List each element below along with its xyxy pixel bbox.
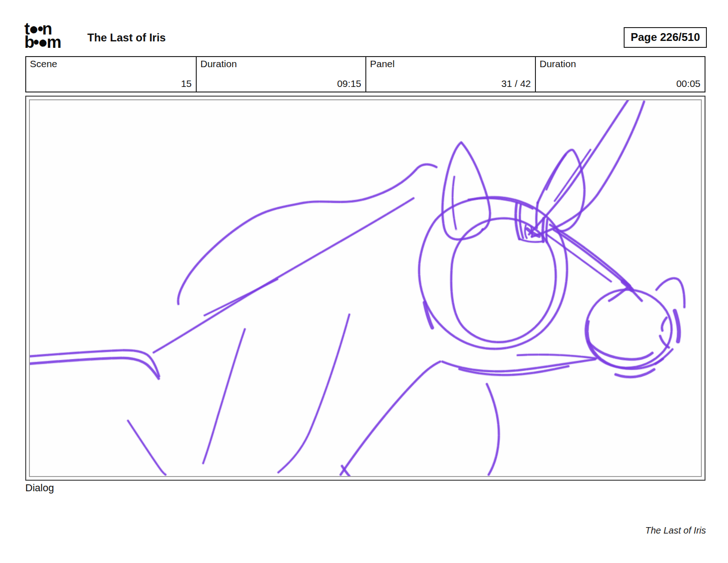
info-value: 15 xyxy=(181,78,192,89)
sketch-stroke-chin-swoosh xyxy=(616,369,654,377)
panel-info-table: Scene 15 Duration 09:15 Panel 31 / 42 Du… xyxy=(25,56,705,92)
sketch-stroke-leg-sweep-2 xyxy=(279,315,350,472)
toonboom-logo: t●•n b•●m xyxy=(24,22,60,49)
info-label: Duration xyxy=(540,58,576,69)
unicorn-sketch-svg xyxy=(30,100,701,476)
info-value: 09:15 xyxy=(337,78,361,89)
sketch-stroke-chest-2 xyxy=(30,358,159,379)
page-number-badge: Page 226/510 xyxy=(624,27,707,48)
info-cell-scene-duration: Duration 09:15 xyxy=(196,57,365,92)
info-label: Panel xyxy=(370,58,395,69)
info-cell-panel-duration: Duration 00:05 xyxy=(535,57,705,92)
info-value: 00:05 xyxy=(676,78,700,89)
sketch-stroke-mane-top xyxy=(178,164,437,304)
info-cell-panel: Panel 31 / 42 xyxy=(365,57,535,92)
info-label: Duration xyxy=(200,58,237,69)
sketch-stroke-ear-left-right xyxy=(462,144,490,230)
sketch-stroke-jaw-line xyxy=(341,362,440,475)
info-cell-scene: Scene 15 xyxy=(26,57,196,92)
sketch-stroke-neck-double xyxy=(205,279,278,316)
toonboom-logo-line2: b•●m xyxy=(24,35,60,49)
dialog-label: Dialog xyxy=(25,482,54,494)
info-value: 31 / 42 xyxy=(501,78,531,89)
sketch-stroke-head-top-restroke xyxy=(468,198,533,209)
sketch-stroke-neck-front xyxy=(487,384,499,475)
sketch-stroke-jaw-line xyxy=(341,362,440,475)
info-label: Scene xyxy=(30,58,57,69)
sketch-stroke-leg-sweep-1 xyxy=(203,329,245,464)
project-title: The Last of Iris xyxy=(87,31,166,44)
storyboard-panel-frame xyxy=(25,96,705,481)
footer-project-title: The Last of Iris xyxy=(645,525,706,536)
storyboard-panel-inner-frame xyxy=(29,99,702,477)
sketch-stroke-ear-left-right xyxy=(462,144,490,230)
sketch-stroke-leg-sweep-2 xyxy=(279,315,350,472)
